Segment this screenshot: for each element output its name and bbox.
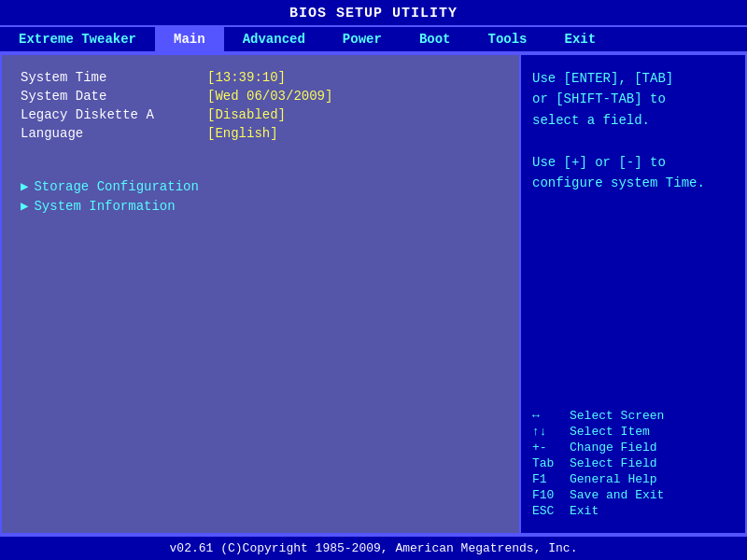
field-label: System Date [21, 89, 207, 104]
right-panel: Use [ENTER], [TAB] or [SHIFT-TAB] to sel… [521, 55, 745, 533]
field-value[interactable]: [13:39:10] [207, 70, 286, 85]
submenu-arrow-icon: ▶ [21, 199, 28, 214]
field-label: System Time [21, 70, 207, 85]
submenu-section: ▶Storage Configuration▶System Informatio… [21, 178, 500, 214]
nav-item-exit[interactable]: Exit [546, 27, 615, 51]
footer: v02.61 (C)Copyright 1985-2009, American … [0, 535, 747, 560]
key-symbol: +- [532, 441, 570, 455]
key-action: Save and Exit [570, 488, 664, 502]
nav-item-advanced[interactable]: Advanced [224, 27, 324, 51]
submenu-item[interactable]: ▶Storage Configuration [21, 178, 500, 194]
field-row: System Time[13:39:10] [21, 70, 500, 85]
key-action: Select Screen [570, 409, 664, 423]
title-bar: BIOS SETUP UTILITY [0, 0, 747, 25]
submenu-label: System Information [34, 199, 175, 214]
content-area: System Time[13:39:10]System Date[Wed 06/… [0, 53, 747, 535]
key-symbol: ↔ [532, 409, 570, 423]
left-panel: System Time[13:39:10]System Date[Wed 06/… [2, 55, 521, 533]
nav-item-tools[interactable]: Tools [469, 27, 545, 51]
field-row: System Date[Wed 06/03/2009] [21, 89, 500, 104]
field-row: Language[English] [21, 126, 500, 141]
keybind-row: ↔Select Screen [532, 409, 734, 423]
key-symbol: ESC [532, 504, 570, 518]
submenu-item[interactable]: ▶System Information [21, 198, 500, 214]
key-symbol: F1 [532, 472, 570, 486]
keybind-row: F1General Help [532, 472, 734, 486]
key-symbol: ↑↓ [532, 425, 570, 439]
keybind-row: +-Change Field [532, 441, 734, 455]
field-value[interactable]: [Wed 06/03/2009] [207, 89, 332, 104]
help-text: Use [ENTER], [TAB] or [SHIFT-TAB] to sel… [532, 68, 734, 193]
nav-item-main[interactable]: Main [155, 27, 224, 51]
app-title: BIOS SETUP UTILITY [289, 6, 458, 21]
key-symbol: Tab [532, 456, 570, 470]
footer-text: v02.61 (C)Copyright 1985-2009, American … [170, 541, 578, 555]
nav-bar: Extreme TweakerMainAdvancedPowerBootTool… [0, 25, 747, 53]
nav-item-power[interactable]: Power [324, 27, 401, 51]
field-value[interactable]: [English] [207, 126, 278, 141]
field-label: Language [21, 126, 207, 141]
submenu-arrow-icon: ▶ [21, 179, 28, 194]
keybind-row: TabSelect Field [532, 456, 734, 470]
field-row: Legacy Diskette A[Disabled] [21, 107, 500, 122]
field-value[interactable]: [Disabled] [207, 107, 286, 122]
key-action: Select Field [570, 456, 657, 470]
key-action: Exit [570, 504, 599, 518]
key-symbol: F10 [532, 488, 570, 502]
nav-item-extreme-tweaker[interactable]: Extreme Tweaker [0, 27, 155, 51]
keybind-row: ↑↓Select Item [532, 425, 734, 439]
key-action: General Help [570, 472, 657, 486]
keybind-row: ESCExit [532, 504, 734, 518]
key-action: Change Field [570, 441, 657, 455]
submenu-label: Storage Configuration [34, 179, 198, 194]
key-action: Select Item [570, 425, 650, 439]
keybindings: ↔Select Screen↑↓Select Item+-Change Fiel… [532, 409, 734, 520]
keybind-row: F10Save and Exit [532, 488, 734, 502]
field-label: Legacy Diskette A [21, 107, 207, 122]
nav-item-boot[interactable]: Boot [401, 27, 470, 51]
